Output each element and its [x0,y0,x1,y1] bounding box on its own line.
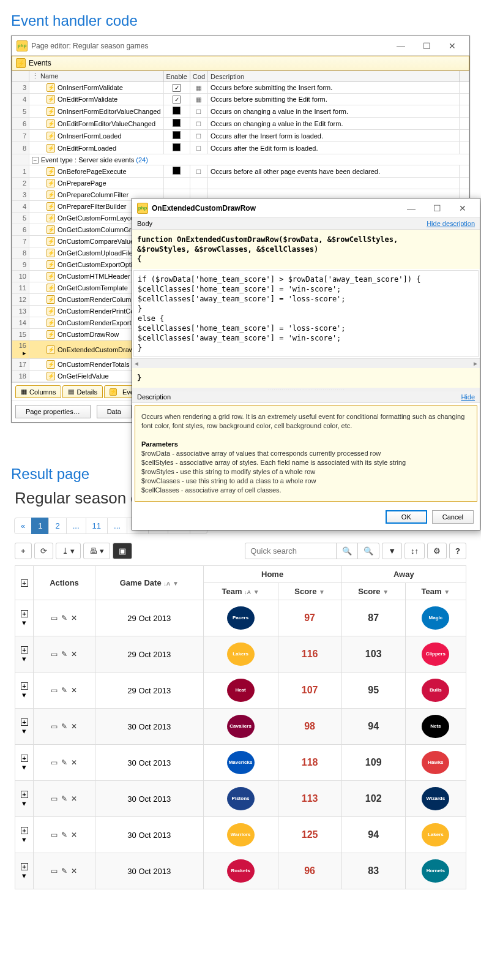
event-name[interactable]: OnEditFormLoaded [58,145,116,152]
enabled-checkbox[interactable] [173,143,181,151]
enabled-checkbox[interactable] [173,84,181,92]
col-enabled[interactable]: Enable [163,71,190,82]
view-icon[interactable]: ▭ [51,758,58,767]
event-name[interactable]: OnCustomRenderColumn [58,296,135,303]
group-toggle[interactable]: − [32,157,39,164]
delete-icon[interactable]: ✕ [71,614,77,622]
delete-icon[interactable]: ✕ [71,831,77,839]
delete-icon[interactable]: ✕ [71,686,77,695]
ok-button[interactable]: OK [386,510,427,524]
event-name[interactable]: OnCustomRenderTotals [58,361,129,368]
dialog-minimize-button[interactable]: — [399,201,423,216]
print-button[interactable]: 🖶 ▾ [83,543,110,559]
code-icon[interactable]: ☐ [196,145,201,152]
event-name[interactable]: OnGetCustomColumnGroup [58,226,143,233]
close-button[interactable]: ✕ [440,39,464,53]
view-icon[interactable]: ▭ [51,831,58,839]
page-properties-button[interactable]: Page properties… [15,405,91,418]
delete-icon[interactable]: ✕ [71,650,77,658]
hide-description-link[interactable]: Hide description [427,220,475,227]
sort-button[interactable]: ↕↑ [405,543,425,559]
edit-icon[interactable]: ✎ [61,686,67,695]
search-button[interactable]: 🔍 [336,543,358,559]
view-icon[interactable]: ▭ [51,614,58,622]
cancel-button[interactable]: Cancel [432,510,474,524]
col-name[interactable]: Name [40,72,58,80]
col-home-score[interactable]: Score ▼ [278,583,341,600]
search-input[interactable] [245,543,337,559]
col-away-score[interactable]: Score ▼ [341,583,405,600]
refresh-button[interactable]: ⟳ [34,543,53,559]
event-name[interactable]: OnGetCustomTemplate [58,284,128,292]
event-name[interactable]: OnGetCustomExportOptions [58,261,143,268]
event-name[interactable]: OnEditFormValidate [58,96,117,103]
col-date[interactable]: Game Date ↓A ▼ [95,566,203,600]
code-icon[interactable]: ☐ [196,108,201,115]
event-name[interactable]: OnGetCustomFormLayout [58,214,136,222]
page-link[interactable]: ... [66,518,86,534]
delete-icon[interactable]: ✕ [71,758,77,767]
code-editor[interactable]: if ($rowData['home_team_score'] > $rowDa… [133,270,479,357]
data-button[interactable]: Data [97,405,132,418]
event-name[interactable]: OnPrepareFilterBuilder [58,203,127,210]
enabled-checkbox[interactable] [173,119,181,127]
event-name[interactable]: OnEditFormEditorValueChanged [58,120,155,127]
event-name[interactable]: OnPreparePage [58,179,106,187]
edit-icon[interactable]: ✎ [61,831,67,839]
event-name[interactable]: OnPrepareColumnFilter [58,191,129,198]
code-icon[interactable]: ▦ [196,96,201,103]
col-actions[interactable]: Actions [34,566,95,600]
col-home-team[interactable]: Team ↓A ▼ [203,583,278,600]
edit-icon[interactable]: ✎ [61,794,67,803]
settings-button[interactable]: ⚙ [427,543,447,559]
dialog-close-button[interactable]: ✕ [450,201,475,216]
enabled-checkbox[interactable] [173,167,181,175]
page-link[interactable]: 1 [31,518,49,534]
view-icon[interactable]: ▭ [51,867,58,875]
event-name[interactable]: OnInsertFormValidate [58,84,123,91]
edit-icon[interactable]: ✎ [61,722,67,731]
page-link[interactable]: ... [107,518,127,534]
col-away-team[interactable]: Team ▼ [405,583,466,600]
dialog-maximize-button[interactable]: ☐ [425,201,449,216]
minimize-button[interactable]: — [389,39,413,53]
maximize-button[interactable]: ☐ [414,39,439,53]
event-name[interactable]: OnInsertFormEditorValueChanged [58,108,161,115]
page-link[interactable]: « [14,518,32,534]
enabled-checkbox[interactable] [173,107,181,115]
page-link[interactable]: 11 [86,518,108,534]
code-icon[interactable]: ☐ [196,121,201,127]
export-button[interactable]: ⤓ ▾ [56,543,81,559]
view-icon[interactable]: ▭ [51,722,58,731]
tab-columns[interactable]: ▦ Columns [15,385,61,398]
event-name[interactable]: OnCustomCompareValues [58,238,138,245]
horizontal-scrollbar[interactable]: ◄► [132,358,480,368]
view-icon[interactable]: ▭ [51,794,58,803]
search-clear-button[interactable]: 🔍 [357,543,379,559]
add-button[interactable]: + [15,543,32,559]
edit-icon[interactable]: ✎ [61,867,67,875]
enabled-checkbox[interactable] [173,131,181,139]
hide-link[interactable]: Hide [461,393,475,401]
edit-icon[interactable]: ✎ [61,758,67,767]
col-desc[interactable]: Description [208,71,460,82]
delete-icon[interactable]: ✕ [71,867,77,875]
event-name[interactable]: OnCustomDrawRow [58,331,119,338]
view-icon[interactable]: ▭ [51,650,58,658]
edit-icon[interactable]: ✎ [61,614,67,622]
filter-button[interactable]: ▼ [382,543,402,559]
event-name[interactable]: OnCustomHTMLHeader [58,273,130,280]
delete-icon[interactable]: ✕ [71,794,77,803]
enabled-checkbox[interactable] [173,96,181,104]
code-icon[interactable]: ☐ [196,133,201,140]
rss-button[interactable]: ▣ [113,543,132,559]
code-icon[interactable]: ▦ [196,85,201,91]
event-name[interactable]: OnBeforePageExecute [58,168,127,175]
delete-icon[interactable]: ✕ [71,722,77,731]
help-button[interactable]: ? [449,543,466,559]
view-icon[interactable]: ▭ [51,686,58,695]
col-code[interactable]: Cod [190,71,207,82]
event-name[interactable]: OnGetFieldValue [58,372,109,380]
edit-icon[interactable]: ✎ [61,650,67,658]
page-link[interactable]: 2 [48,518,66,534]
